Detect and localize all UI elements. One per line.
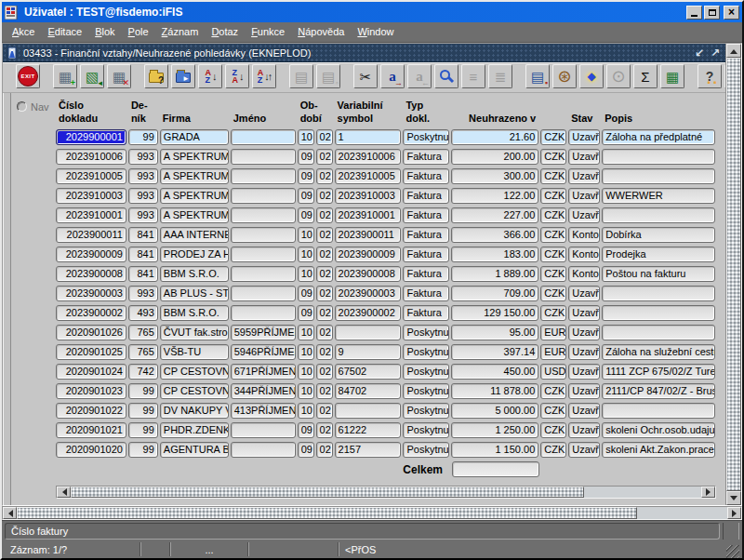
cell-varsym[interactable]: 2023910006 (335, 149, 402, 165)
horizontal-scrollbar[interactable] (2, 506, 742, 520)
cell-firma[interactable]: VŠB-TU (160, 344, 229, 360)
cell-amount[interactable]: 709.00 (451, 286, 538, 301)
cell-ob2[interactable]: 02 (316, 266, 333, 282)
cell-typ[interactable]: Faktura (403, 305, 449, 321)
cell-popis[interactable] (602, 325, 715, 340)
cell-amount[interactable]: 183.00 (451, 247, 538, 262)
cell-ob2[interactable]: 02 (316, 305, 333, 321)
cell-doklad[interactable]: 2020901026 (56, 325, 126, 340)
cell-stav[interactable]: Uzavře (568, 129, 600, 145)
cell-doklad[interactable]: 2020901025 (56, 344, 126, 360)
scrollbar-thumb[interactable] (726, 58, 741, 491)
cell-stav[interactable]: Uzavře (568, 344, 600, 360)
cell-doklad[interactable]: 2023910003 (56, 188, 126, 204)
scroll-right-button[interactable] (701, 487, 715, 498)
cell-doklad[interactable]: 2029900001 (56, 129, 126, 145)
cell-mena[interactable]: CZK (540, 403, 566, 419)
cell-amount[interactable]: 1 889.00 (451, 266, 538, 282)
cell-firma[interactable]: A SPEKTRUM (160, 149, 229, 165)
cell-stav[interactable]: Uzavře (568, 168, 600, 184)
cell-mena[interactable]: CZK (540, 129, 566, 145)
form-titlebar[interactable]: 03433 - Finanční vztahy/Neuhrazené pohle… (3, 44, 725, 62)
cell-mena[interactable]: EUR (540, 344, 566, 360)
excel-export-button[interactable]: ▦ (660, 64, 684, 88)
cell-varsym[interactable] (335, 403, 402, 419)
cell-denik[interactable]: 99 (128, 442, 158, 458)
cell-ob1[interactable]: 09 (298, 207, 314, 223)
cell-denik[interactable]: 765 (128, 344, 158, 360)
cell-amount[interactable]: 1 250.00 (451, 422, 538, 438)
table-horizontal-scrollbar[interactable] (56, 486, 716, 499)
cell-popis[interactable]: Prodejka (602, 247, 715, 262)
minimize-button[interactable] (686, 6, 702, 20)
cell-denik[interactable]: 993 (128, 149, 158, 165)
resize-grip[interactable] (726, 545, 739, 558)
cell-denik[interactable]: 993 (128, 168, 158, 184)
cell-popis[interactable] (602, 305, 715, 321)
scroll-down-button[interactable] (726, 491, 741, 505)
cell-ob2[interactable]: 02 (316, 403, 333, 419)
cell-firma[interactable]: AAA INTERNE (160, 227, 229, 243)
cell-amount[interactable]: 129 150.00 (451, 305, 538, 321)
cell-mena[interactable]: CZK (540, 266, 566, 282)
cell-doklad[interactable]: 2020901021 (56, 422, 126, 438)
cell-popis[interactable] (602, 286, 715, 301)
cell-denik[interactable]: 742 (128, 364, 158, 380)
close-button[interactable]: × (724, 6, 739, 20)
cell-firma[interactable]: A SPEKTRUM (160, 168, 229, 184)
cell-ob2[interactable]: 02 (316, 325, 333, 340)
cell-popis[interactable] (602, 207, 715, 223)
cell-ob1[interactable]: 10 (298, 266, 314, 282)
form-restore-icon[interactable]: ↙ (695, 47, 704, 59)
cell-jmeno[interactable]: 413PŘÍJMENÍ P (231, 403, 296, 419)
cell-mena[interactable]: CZK (540, 227, 566, 243)
copy-record-button[interactable]: ▧◂ (80, 64, 104, 88)
cell-stav[interactable]: Uzavře (568, 383, 600, 399)
cell-jmeno[interactable] (231, 422, 296, 438)
cell-typ[interactable]: Faktura (403, 149, 449, 165)
navigator-button[interactable]: ⊛ (552, 64, 577, 88)
cell-denik[interactable]: 841 (128, 227, 158, 243)
cell-doklad[interactable]: 2023910005 (56, 168, 126, 184)
cell-denik[interactable]: 841 (128, 266, 158, 282)
cell-doklad[interactable]: 2023910001 (56, 207, 126, 223)
cell-doklad[interactable]: 2023900011 (56, 227, 126, 243)
vertical-scrollbar[interactable] (725, 44, 741, 505)
insert-record-button[interactable]: ▦+ (53, 64, 77, 88)
cell-firma[interactable]: ČVUT fak.stro (160, 325, 229, 340)
detail-window-button[interactable]: ▤▪ (525, 64, 550, 88)
cell-varsym[interactable] (335, 325, 402, 340)
cell-denik[interactable]: 99 (128, 422, 158, 438)
sort-ascending-button[interactable]: AZ↓ (198, 64, 222, 88)
cell-stav[interactable]: Uzavře (568, 422, 600, 438)
cell-denik[interactable]: 993 (128, 207, 158, 223)
cell-ob1[interactable]: 09 (298, 168, 314, 184)
cell-varsym[interactable]: 9 (335, 344, 402, 360)
cell-amount[interactable]: 227.00 (451, 207, 538, 223)
menu-editace[interactable]: Editace (41, 22, 88, 42)
cell-doklad[interactable]: 2020901024 (56, 364, 126, 380)
cell-popis[interactable] (602, 168, 715, 184)
cell-popis[interactable]: 2111/CP 847/02/Z - Brusel (602, 383, 715, 399)
cell-typ[interactable]: Faktura (403, 286, 449, 301)
cell-mena[interactable]: EUR (540, 325, 566, 340)
menu-pole[interactable]: Pole (122, 22, 155, 42)
cell-ob1[interactable]: 09 (298, 286, 314, 301)
cell-ob2[interactable]: 02 (316, 383, 333, 399)
cell-doklad[interactable]: 2023910006 (56, 149, 126, 165)
cell-typ[interactable]: Faktura (403, 168, 449, 184)
cell-ob1[interactable]: 10 (298, 403, 314, 419)
cell-denik[interactable]: 993 (128, 188, 158, 204)
cell-jmeno[interactable] (231, 305, 296, 321)
cell-firma[interactable]: GRADA (160, 129, 229, 145)
cell-amount[interactable]: 95.00 (451, 325, 538, 340)
cell-popis[interactable]: Poštou na fakturu (602, 266, 715, 282)
exit-button[interactable]: EXIT (16, 64, 40, 88)
cell-varsym[interactable]: 2157 (335, 442, 402, 458)
cell-mena[interactable]: CZK (540, 305, 566, 321)
copy-field-button[interactable]: a→ (380, 64, 405, 88)
cell-jmeno[interactable]: 5959PŘÍJMENÍ (231, 325, 296, 340)
cell-firma[interactable]: A SPEKTRUM (160, 188, 229, 204)
cell-doklad[interactable]: 2023900003 (56, 286, 126, 301)
cell-varsym[interactable]: 2023900003 (335, 286, 402, 301)
